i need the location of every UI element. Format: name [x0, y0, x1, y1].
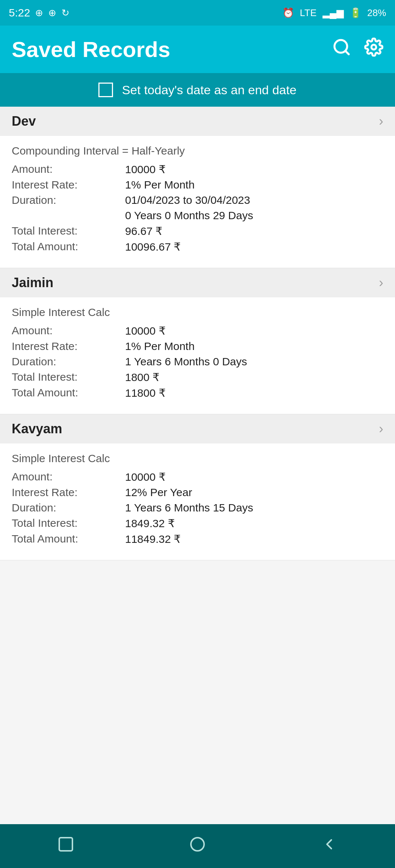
chevron-right-icon-kavyam: ›: [379, 421, 383, 437]
duration-range-kavyam: 1 Years 6 Months 15 Days: [125, 502, 253, 514]
chevron-right-icon-jaimin: ›: [379, 275, 383, 290]
amount-label-kavyam: Amount:: [12, 471, 125, 483]
record-row-rate-kavyam: Interest Rate: 12% Per Year: [12, 486, 383, 499]
record-row-amount-kavyam: Amount: 10000 ₹: [12, 471, 383, 483]
rate-value-dev: 1% Per Month: [125, 179, 195, 191]
alarm-icon: ⏰: [282, 7, 294, 19]
chevron-right-icon-dev: ›: [379, 114, 383, 129]
record-section-jaimin: Jaimin › Simple Interest Calc Amount: 10…: [0, 268, 395, 414]
amount-label-dev: Amount:: [12, 163, 125, 175]
bottom-nav: [0, 824, 395, 868]
total-interest-value-kavyam: 1849.32 ₹: [125, 517, 175, 530]
record-type-jaimin: Simple Interest Calc: [12, 306, 383, 319]
record-row-total-amount-jaimin: Total Amount: 11800 ₹: [12, 387, 383, 399]
duration-label-dev: Duration:: [12, 194, 125, 206]
status-right: ⏰ LTE ▂▄▆ 🔋 28%: [282, 7, 386, 19]
record-row-duration-dev: Duration: 01/04/2023 to 30/04/2023: [12, 194, 383, 206]
record-row-duration-kavyam: Duration: 1 Years 6 Months 15 Days: [12, 502, 383, 514]
records-container: Dev › Compounding Interval = Half-Yearly…: [0, 107, 395, 560]
record-row-rate-dev: Interest Rate: 1% Per Month: [12, 179, 383, 191]
total-interest-value-jaimin: 1800 ₹: [125, 371, 159, 384]
record-name-jaimin: Jaimin: [12, 275, 53, 290]
search-icon[interactable]: [332, 38, 351, 61]
duration-label-jaimin: Duration:: [12, 355, 125, 368]
total-amount-label-jaimin: Total Amount:: [12, 387, 125, 399]
amount-value-jaimin: 10000 ₹: [125, 324, 166, 337]
duration-range-dev: 01/04/2023 to 30/04/2023: [125, 194, 250, 206]
duration-label-kavyam: Duration:: [12, 502, 125, 514]
status-bar: 5:22 ⊕ ⊕ ↻ ⏰ LTE ▂▄▆ 🔋 28%: [0, 0, 395, 26]
record-row-amount-dev: Amount: 10000 ₹: [12, 163, 383, 176]
page-title: Saved Records: [12, 37, 170, 62]
record-section-kavyam: Kavyam › Simple Interest Calc Amount: 10…: [0, 414, 395, 560]
total-interest-value-dev: 96.67 ₹: [125, 225, 162, 237]
record-header-dev[interactable]: Dev ›: [0, 107, 395, 136]
record-header-jaimin[interactable]: Jaimin ›: [0, 268, 395, 297]
end-date-checkbox[interactable]: [98, 83, 113, 97]
status-time: 5:22: [9, 7, 30, 19]
record-name-kavyam: Kavyam: [12, 421, 62, 437]
amount-value-kavyam: 10000 ₹: [125, 471, 166, 483]
total-amount-value-dev: 10096.67 ₹: [125, 240, 181, 253]
total-interest-label-kavyam: Total Interest:: [12, 517, 125, 529]
rate-value-jaimin: 1% Per Month: [125, 340, 195, 353]
svg-line-1: [345, 51, 349, 54]
record-details-dev: Compounding Interval = Half-Yearly Amoun…: [0, 136, 395, 268]
status-left: 5:22 ⊕ ⊕ ↻: [9, 7, 69, 19]
rate-label-jaimin: Interest Rate:: [12, 340, 125, 353]
record-row-amount-jaimin: Amount: 10000 ₹: [12, 324, 383, 337]
record-type-dev: Compounding Interval = Half-Yearly: [12, 145, 383, 157]
duration-days-dev: 0 Years 0 Months 29 Days: [125, 209, 383, 222]
battery-percent: 28%: [367, 7, 386, 19]
app-header: Saved Records: [0, 26, 395, 73]
battery-icon: 🔋: [350, 7, 361, 19]
lte-icon: LTE: [300, 7, 317, 19]
total-interest-label-jaimin: Total Interest:: [12, 371, 125, 383]
record-row-total-amount-dev: Total Amount: 10096.67 ₹: [12, 240, 383, 253]
settings-icon[interactable]: [364, 38, 383, 61]
total-amount-value-jaimin: 11800 ₹: [125, 387, 166, 399]
end-date-label: Set today's date as an end date: [122, 83, 296, 97]
wifi-icon: ⊕: [35, 7, 43, 19]
total-amount-label-dev: Total Amount:: [12, 240, 125, 253]
record-row-total-interest-dev: Total Interest: 96.67 ₹: [12, 225, 383, 237]
record-type-kavyam: Simple Interest Calc: [12, 452, 383, 465]
total-amount-value-kavyam: 11849.32 ₹: [125, 533, 181, 545]
record-row-total-amount-kavyam: Total Amount: 11849.32 ₹: [12, 533, 383, 545]
nav-back-icon[interactable]: [320, 835, 338, 857]
total-amount-label-kavyam: Total Amount:: [12, 533, 125, 545]
nav-square-icon[interactable]: [57, 835, 75, 857]
record-row-rate-jaimin: Interest Rate: 1% Per Month: [12, 340, 383, 353]
rate-label-kavyam: Interest Rate:: [12, 486, 125, 499]
signal-icon: ▂▄▆: [323, 7, 344, 19]
record-details-kavyam: Simple Interest Calc Amount: 10000 ₹ Int…: [0, 443, 395, 560]
amount-label-jaimin: Amount:: [12, 324, 125, 337]
sync-icon: ↻: [61, 7, 69, 19]
bluetooth-icon: ⊕: [48, 7, 56, 19]
record-details-jaimin: Simple Interest Calc Amount: 10000 ₹ Int…: [0, 297, 395, 414]
record-row-duration-jaimin: Duration: 1 Years 6 Months 0 Days: [12, 355, 383, 368]
record-name-dev: Dev: [12, 114, 36, 129]
record-section-dev: Dev › Compounding Interval = Half-Yearly…: [0, 107, 395, 268]
end-date-banner[interactable]: Set today's date as an end date: [0, 73, 395, 107]
record-row-total-interest-kavyam: Total Interest: 1849.32 ₹: [12, 517, 383, 530]
svg-point-2: [372, 45, 376, 50]
amount-value-dev: 10000 ₹: [125, 163, 166, 176]
record-row-total-interest-jaimin: Total Interest: 1800 ₹: [12, 371, 383, 384]
nav-home-icon[interactable]: [189, 835, 206, 857]
duration-range-jaimin: 1 Years 6 Months 0 Days: [125, 355, 247, 368]
header-icons: [332, 38, 383, 61]
svg-rect-3: [59, 838, 72, 851]
rate-value-kavyam: 12% Per Year: [125, 486, 192, 499]
total-interest-label-dev: Total Interest:: [12, 225, 125, 237]
svg-point-4: [191, 838, 204, 851]
rate-label-dev: Interest Rate:: [12, 179, 125, 191]
record-header-kavyam[interactable]: Kavyam ›: [0, 414, 395, 443]
